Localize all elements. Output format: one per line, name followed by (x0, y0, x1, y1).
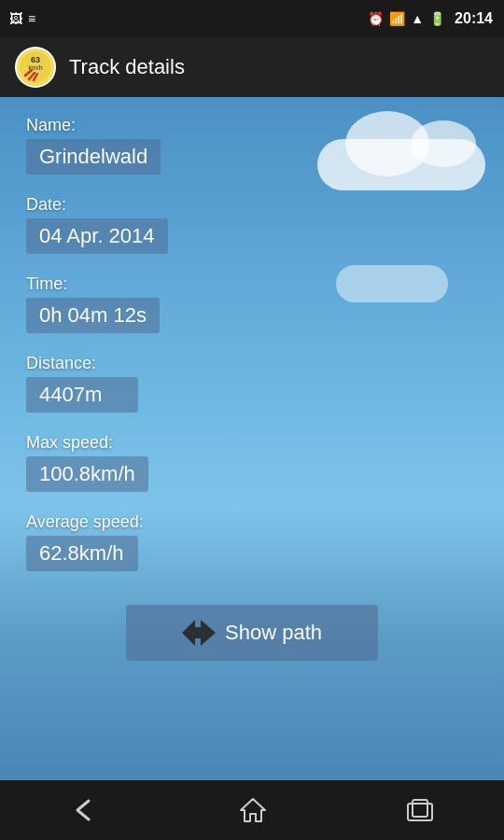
svg-text:63: 63 (31, 55, 40, 64)
photo-icon: 🖼 (9, 11, 22, 26)
distance-label: Distance: (26, 354, 478, 373)
name-label: Name: (26, 116, 478, 135)
svg-marker-8 (241, 799, 265, 821)
name-value: Grindelwald (26, 139, 161, 175)
show-path-button-label: Show path (225, 621, 322, 645)
signal-icon: ▲ (411, 11, 424, 26)
max-speed-field: Max speed: 100.8km/h (26, 433, 478, 507)
recents-button[interactable] (387, 789, 453, 832)
menu-icon: ≡ (28, 11, 35, 26)
avg-speed-value: 62.8km/h (26, 536, 138, 571)
app-bar: 63 km/h Track details (0, 37, 504, 97)
avg-speed-label: Average speed: (26, 512, 478, 532)
time-value: 0h 04m 12s (26, 298, 160, 333)
avg-speed-field: Average speed: 62.8km/h (26, 512, 478, 586)
distance-field: Distance: 4407m (26, 354, 478, 427)
svg-marker-7 (182, 620, 216, 646)
path-icon (182, 620, 216, 646)
app-title: Track details (69, 55, 185, 79)
date-value: 04 Apr. 2014 (26, 218, 168, 254)
show-path-button[interactable]: Show path (126, 605, 378, 661)
status-time: 20:14 (455, 10, 493, 27)
name-field: Name: Grindelwald (26, 116, 478, 189)
date-label: Date: (26, 195, 478, 215)
alarm-icon: ⏰ (368, 11, 384, 26)
date-field: Date: 04 Apr. 2014 (26, 195, 478, 269)
content-overlay: Name: Grindelwald Date: 04 Apr. 2014 Tim… (0, 97, 504, 780)
nav-bar (0, 780, 504, 840)
home-button[interactable] (220, 788, 286, 833)
svg-rect-9 (408, 804, 432, 820)
time-field: Time: 0h 04m 12s (26, 274, 478, 348)
svg-rect-10 (413, 800, 427, 817)
status-bar: 🖼 ≡ ⏰ 📶 ▲ 🔋 20:14 (0, 0, 504, 37)
app-icon-inner: 63 km/h (17, 49, 54, 86)
max-speed-value: 100.8km/h (26, 456, 148, 492)
distance-value: 4407m (26, 377, 138, 413)
app-icon: 63 km/h (15, 47, 56, 88)
status-bar-left: 🖼 ≡ (9, 11, 35, 26)
max-speed-label: Max speed: (26, 433, 478, 453)
main-content: Name: Grindelwald Date: 04 Apr. 2014 Tim… (0, 97, 504, 780)
wifi-icon: 📶 (389, 11, 405, 26)
battery-icon: 🔋 (429, 11, 445, 26)
status-bar-right: ⏰ 📶 ▲ 🔋 20:14 (368, 10, 493, 27)
back-button[interactable] (51, 788, 119, 833)
time-label: Time: (26, 274, 478, 294)
